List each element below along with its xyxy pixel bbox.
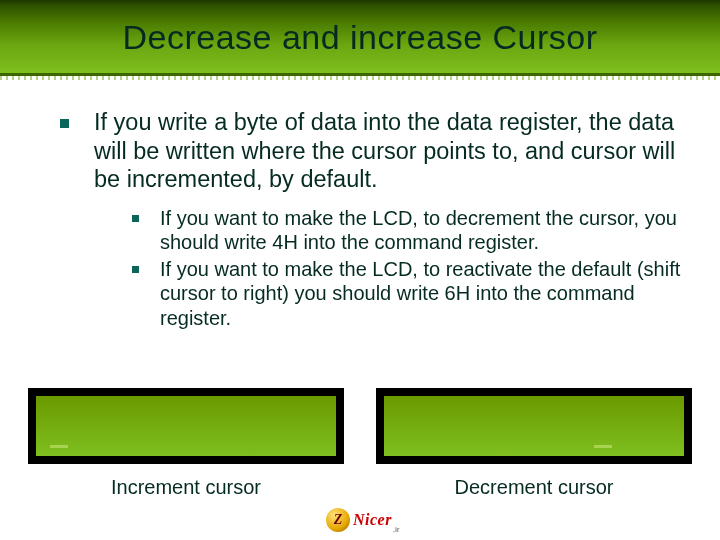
logo-brand: Nicer [353, 512, 392, 528]
cursor-mark [594, 445, 612, 448]
logo-badge-icon [326, 508, 350, 532]
caption-increment: Increment cursor [28, 476, 344, 499]
title-band: Decrease and increase Cursor [0, 0, 720, 76]
title-separator [0, 76, 720, 80]
lcd-increment-column: Increment cursor [28, 388, 344, 499]
bullet-level2-item: If you want to make the LCD, to decremen… [130, 206, 692, 255]
footer-logo: Nicer .ir [326, 504, 394, 536]
bullet-list-level1: If you write a byte of data into the dat… [58, 108, 692, 330]
lcd-display-increment [28, 388, 344, 464]
lcd-display-decrement [376, 388, 692, 464]
bullet-level1-text: If you write a byte of data into the dat… [94, 109, 675, 192]
bullet-level2-item: If you want to make the LCD, to reactiva… [130, 257, 692, 330]
caption-decrement: Decrement cursor [376, 476, 692, 499]
content-area: If you write a byte of data into the dat… [58, 108, 692, 338]
bullet-level1-item: If you write a byte of data into the dat… [58, 108, 692, 330]
lcd-screen [384, 396, 684, 456]
slide-title: Decrease and increase Cursor [122, 20, 597, 54]
lcd-decrement-column: Decrement cursor [376, 388, 692, 499]
bullet-list-level2: If you want to make the LCD, to decremen… [94, 206, 692, 330]
logo-suffix: .ir [393, 526, 400, 536]
cursor-mark [50, 445, 68, 448]
lcd-row: Increment cursor Decrement cursor [28, 388, 692, 499]
slide: Decrease and increase Cursor If you writ… [0, 0, 720, 540]
lcd-screen [36, 396, 336, 456]
